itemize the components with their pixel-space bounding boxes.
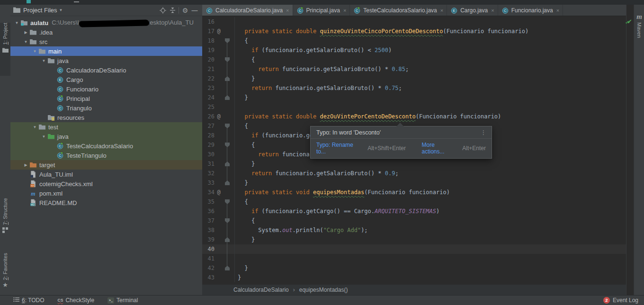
code-line-41[interactable]: 41 xyxy=(202,254,626,263)
gutter[interactable]: 32 xyxy=(202,169,235,178)
tree-item-triangulo[interactable]: CTriangulo xyxy=(10,103,202,113)
checkstyle-toolwindow-button[interactable]: CS CheckStyle xyxy=(58,297,95,304)
tree-item-funcionario[interactable]: CFuncionario xyxy=(10,84,202,94)
toolwindow-tab-project[interactable]: 1: Project xyxy=(0,23,10,76)
code-line-19[interactable]: 19 if (funcionario.getSalarioBruto() < 2… xyxy=(202,45,626,55)
gutter[interactable]: 27 xyxy=(202,121,235,131)
code-line-32[interactable]: 32 return funcionario.getSalarioBruto() … xyxy=(202,169,626,178)
locate-icon[interactable] xyxy=(158,6,168,15)
gutter[interactable]: 43 xyxy=(202,273,235,282)
code-line-21[interactable]: 21 return funcionario.getSalarioBruto() … xyxy=(202,64,626,74)
code-line-23[interactable]: 23 return funcionario.getSalarioBruto() … xyxy=(202,83,626,93)
fold-marker-down-icon[interactable] xyxy=(223,143,232,147)
line-number[interactable]: 31 xyxy=(202,161,215,167)
tree-item-cotemigchecks-xml[interactable]: <>cotemigChecks.xml xyxy=(10,179,202,188)
tree-item-calculadoradesalario[interactable]: CCalculadoraDeSalario xyxy=(10,65,202,75)
chevron-down-icon[interactable]: ▼ xyxy=(31,125,38,129)
code-line-39[interactable]: 39 } xyxy=(202,235,626,244)
tree-item-cargo[interactable]: ECargo xyxy=(10,75,202,84)
fold-marker-up-icon[interactable] xyxy=(223,95,232,100)
fold-marker-up-icon[interactable] xyxy=(223,180,232,185)
chevron-down-icon[interactable]: ▼ xyxy=(40,135,47,139)
code-line-35[interactable]: 35 { xyxy=(202,197,626,206)
fold-marker-up-icon[interactable] xyxy=(223,237,232,242)
gutter[interactable]: 40 xyxy=(202,244,235,254)
editor-tab-principal-java[interactable]: CPrincipal.java× xyxy=(293,5,350,16)
code-line-34[interactable]: 34@ private static void equipesMontadas(… xyxy=(202,188,626,197)
tree-item-test[interactable]: ▼test xyxy=(10,122,202,132)
line-number[interactable]: 43 xyxy=(202,274,215,281)
editor-scrollbar-stripe[interactable]: ✔ ✔ xyxy=(626,5,634,295)
chevron-down-icon[interactable]: ▼ xyxy=(31,49,38,54)
tree-item-java[interactable]: ▼java xyxy=(10,132,202,141)
settings-gear-icon[interactable]: ⚙ xyxy=(180,6,190,15)
fold-marker-up-icon[interactable] xyxy=(223,161,232,166)
code-line-25[interactable]: 25 xyxy=(202,102,626,112)
breadcrumb-method[interactable]: equipesMontadas() xyxy=(299,287,348,293)
line-number[interactable]: 28 xyxy=(202,132,215,139)
gutter[interactable]: 34@ xyxy=(202,188,235,197)
line-number[interactable]: 22 xyxy=(202,75,215,82)
gutter[interactable]: 19 xyxy=(202,45,235,55)
gutter[interactable]: 24 xyxy=(202,93,235,102)
line-number[interactable]: 20 xyxy=(202,56,215,63)
line-number[interactable]: 19 xyxy=(202,47,215,54)
tree-item-readme-md[interactable]: MDREADME.MD xyxy=(10,198,202,207)
fold-marker-down-icon[interactable] xyxy=(223,57,232,62)
code-line-31[interactable]: 31 } xyxy=(202,159,626,169)
code-line-43[interactable]: 43} xyxy=(202,273,626,282)
dropdown-caret-icon[interactable]: ▼ xyxy=(59,8,63,12)
code-line-38[interactable]: 38 System.out.println("Cargo Add"); xyxy=(202,225,626,235)
editor-tab-cargo-java[interactable]: ECargo.java× xyxy=(447,5,498,16)
tree-item-resources[interactable]: resources xyxy=(10,113,202,122)
inspections-ok-check-icon[interactable]: ✔ xyxy=(627,18,632,25)
gutter[interactable]: 16 xyxy=(202,17,235,27)
code-line-17[interactable]: 17@ private static double quinzeOuVinteC… xyxy=(202,27,626,36)
gutter[interactable]: 23 xyxy=(202,83,235,93)
code-line-40[interactable]: 40 xyxy=(202,244,626,254)
collapse-all-icon[interactable] xyxy=(168,6,177,15)
gutter[interactable]: 28 xyxy=(202,131,235,140)
code-line-26[interactable]: 26@ private static double dezOuVintePorC… xyxy=(202,112,626,121)
tree-item-src[interactable]: ▼src xyxy=(10,37,202,46)
event-log-button[interactable]: 2 Event Log xyxy=(603,297,638,304)
code-line-16[interactable]: 16 xyxy=(202,17,626,27)
line-number[interactable]: 21 xyxy=(202,66,215,72)
code-line-18[interactable]: 18 { xyxy=(202,36,626,45)
editor-tab-testecalculadorasalario-java[interactable]: CTesteCalculadoraSalario.java× xyxy=(350,5,447,16)
gutter[interactable]: 17@ xyxy=(202,27,235,36)
tree-item--idea[interactable]: ▶.idea xyxy=(10,27,202,37)
line-number[interactable]: 42 xyxy=(202,265,215,271)
toolwindow-tab-maven[interactable]: m Maven xyxy=(634,13,644,65)
line-number[interactable]: 33 xyxy=(202,179,215,186)
project-view-selector[interactable]: Project Files xyxy=(23,7,57,14)
fold-marker-down-icon[interactable] xyxy=(223,124,232,128)
more-actions-link[interactable]: More actions... xyxy=(422,142,459,155)
editor-tab-funcionario-java[interactable]: CFuncionario.java× xyxy=(498,5,564,16)
gutter[interactable]: 42 xyxy=(202,263,235,273)
tree-item-aulatu[interactable]: ▼aulatuC:\Users\lesktop\Aula_TU xyxy=(10,18,202,27)
line-number[interactable]: 16 xyxy=(202,18,215,25)
chevron-right-icon[interactable]: ▶ xyxy=(22,163,29,167)
kebab-menu-icon[interactable]: ⋮ xyxy=(481,129,487,136)
rename-typo-link[interactable]: Typo: Rename to... xyxy=(316,142,364,155)
code-line-42[interactable]: 42 } xyxy=(202,263,626,273)
hide-panel-icon[interactable]: — xyxy=(190,6,199,15)
gutter[interactable]: 39 xyxy=(202,235,235,244)
tree-item-target[interactable]: ▶target xyxy=(10,160,202,170)
line-number[interactable]: 41 xyxy=(202,255,215,262)
gutter[interactable]: 22 xyxy=(202,74,235,83)
tab-close-icon[interactable]: × xyxy=(440,8,443,13)
tree-item-testetriangulo[interactable]: CTesteTriangulo xyxy=(10,151,202,160)
code-line-20[interactable]: 20 { xyxy=(202,55,626,64)
tab-close-icon[interactable]: × xyxy=(491,8,494,13)
gutter[interactable]: 36 xyxy=(202,206,235,216)
line-number[interactable]: 39 xyxy=(202,236,215,243)
gutter[interactable]: 31 xyxy=(202,159,235,169)
code-line-37[interactable]: 37 { xyxy=(202,216,626,225)
toolwindow-tab-structure[interactable]: 7: Structure xyxy=(0,198,10,251)
fold-marker-up-icon[interactable] xyxy=(223,266,232,270)
gutter[interactable]: 41 xyxy=(202,254,235,263)
editor-tab-calculadoradesalario-java[interactable]: CCalculadoraDeSalario.java× xyxy=(202,5,293,16)
gutter[interactable]: 35 xyxy=(202,197,235,206)
